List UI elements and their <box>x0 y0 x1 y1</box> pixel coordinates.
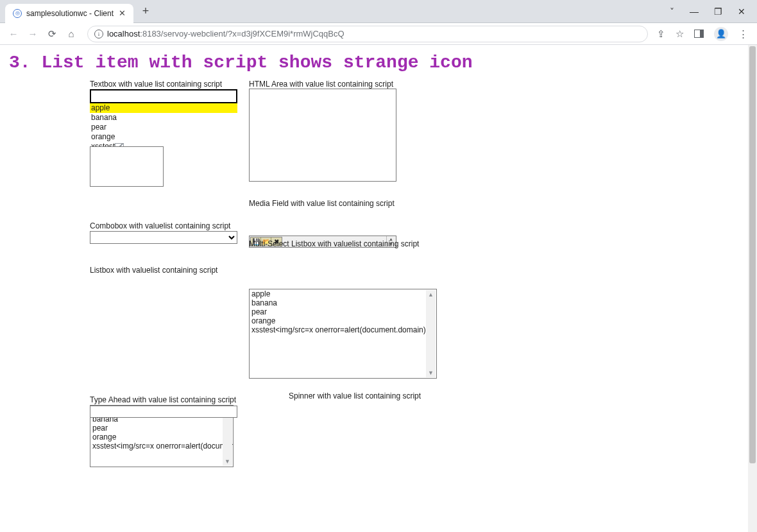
side-panel-icon[interactable] <box>694 30 704 38</box>
textbox-extra-area <box>90 146 164 187</box>
share-icon[interactable]: ⇪ <box>657 28 665 40</box>
textbox-dropdown[interactable]: apple banana pear orange xsstest <box>90 103 237 151</box>
tab-title: samplesolutionwc - Client <box>26 9 114 18</box>
page-title: 3. List item with script shows strange i… <box>9 53 748 73</box>
scroll-down-icon[interactable]: ▼ <box>223 457 232 466</box>
url-host: localhost <box>107 29 140 39</box>
scroll-down-icon[interactable]: ▼ <box>426 368 436 377</box>
back-button[interactable]: ← <box>6 27 21 41</box>
maximize-icon[interactable]: ❐ <box>714 6 722 17</box>
kebab-menu-icon[interactable]: ⋮ <box>738 28 748 40</box>
media-field-label: Media Field with value list containing s… <box>249 199 395 208</box>
combobox-label: Combobox with valuelist containing scrip… <box>90 221 230 230</box>
favicon-icon: ◎ <box>13 9 22 18</box>
html-area[interactable] <box>249 89 396 182</box>
toolbar-right-icons: ⇪ ☆ 👤 ⋮ <box>657 27 751 41</box>
profile-avatar[interactable]: 👤 <box>714 27 728 41</box>
list-item[interactable]: orange <box>250 316 436 325</box>
url-path: /servoy-webclient/?x=d3j9fXCEM9i*rmWjCqq… <box>161 29 344 39</box>
browser-chrome: ◎ samplesolutionwc - Client ✕ + ˅ — ❐ ✕ … <box>0 0 757 45</box>
browser-tab[interactable]: ◎ samplesolutionwc - Client ✕ <box>5 4 133 23</box>
dropdown-item[interactable]: orange <box>90 132 237 142</box>
typeahead-label: Type Ahead with value list containing sc… <box>90 395 236 404</box>
dropdown-item[interactable]: pear <box>90 123 237 132</box>
list-item[interactable]: banana <box>250 298 436 307</box>
dropdown-item[interactable]: apple <box>90 103 237 113</box>
list-item[interactable]: pear <box>90 424 233 433</box>
page-content: 3. List item with script shows strange i… <box>0 45 748 532</box>
multiselect-listbox[interactable]: apple banana pear orange xsstest<img/src… <box>249 289 437 379</box>
listbox-scrollbar[interactable]: ▲ ▼ <box>426 290 436 377</box>
new-tab-button[interactable]: + <box>137 3 154 20</box>
close-tab-icon[interactable]: ✕ <box>119 8 126 18</box>
bookmark-icon[interactable]: ☆ <box>676 28 684 40</box>
spinner-label: Spinner with value list containing scrip… <box>289 391 421 400</box>
minimize-icon[interactable]: — <box>690 6 699 17</box>
page-scrollbar[interactable] <box>748 45 757 532</box>
textbox-input[interactable] <box>90 89 237 103</box>
address-bar[interactable]: i localhost:8183/servoy-webclient/?x=d3j… <box>87 26 648 42</box>
html-area-label: HTML Area with value list containing scr… <box>249 80 393 89</box>
typeahead-input[interactable] <box>90 406 237 418</box>
chevron-down-icon[interactable]: ˅ <box>670 6 674 17</box>
textbox-label: Textbox with value list containing scrip… <box>90 80 222 89</box>
url-port: :8183 <box>140 29 161 39</box>
list-item[interactable]: apple <box>250 289 436 298</box>
forward-button[interactable]: → <box>26 27 40 41</box>
list-item[interactable]: orange <box>90 433 233 442</box>
window-controls: ˅ — ❐ ✕ <box>670 6 757 17</box>
browser-toolbar: ← → ⟳ ⌂ i localhost:8183/servoy-webclien… <box>0 23 757 45</box>
tab-bar: ◎ samplesolutionwc - Client ✕ + ˅ — ❐ ✕ <box>0 0 757 23</box>
page-viewport: 3. List item with script shows strange i… <box>0 45 757 532</box>
list-item[interactable]: xsstest<img/src=x onerror=alert(document… <box>250 325 436 334</box>
site-info-icon[interactable]: i <box>94 30 103 39</box>
reload-button[interactable]: ⟳ <box>45 27 59 41</box>
dropdown-item[interactable]: banana <box>90 113 237 123</box>
listbox-label: Listbox with valuelist containing script <box>90 266 217 275</box>
scrollbar-thumb[interactable] <box>749 46 756 463</box>
multiselect-label: Multi-Select Listbox with valuelist cont… <box>249 239 419 248</box>
list-item[interactable]: xsstest<img/src=x onerror=alert(documen <box>90 442 233 450</box>
close-window-icon[interactable]: ✕ <box>738 6 745 17</box>
list-item[interactable]: pear <box>250 307 436 316</box>
home-button[interactable]: ⌂ <box>64 27 78 41</box>
combobox[interactable] <box>90 231 237 244</box>
scroll-up-icon[interactable]: ▲ <box>426 290 436 299</box>
